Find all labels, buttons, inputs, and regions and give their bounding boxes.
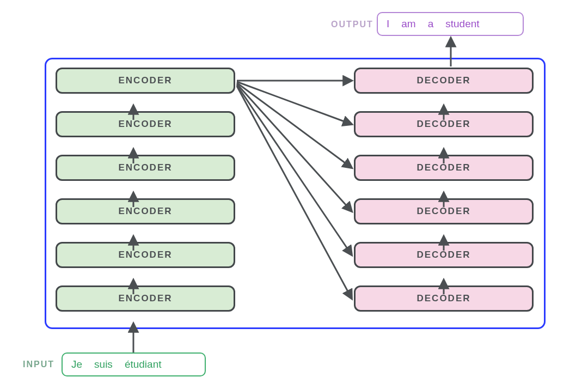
output-token: a xyxy=(428,18,434,30)
encoder-block: ENCODER xyxy=(56,285,235,312)
output-token: I xyxy=(387,18,389,30)
decoder-label: DECODER xyxy=(416,75,470,86)
output-token: am xyxy=(401,18,415,30)
encoder-block: ENCODER xyxy=(56,198,235,224)
decoder-stack: DECODER DECODER DECODER DECODER DECODER … xyxy=(354,68,534,312)
encoder-label: ENCODER xyxy=(118,293,172,304)
encoder-stack: ENCODER ENCODER ENCODER ENCODER ENCODER … xyxy=(56,68,235,312)
decoder-label: DECODER xyxy=(416,293,470,304)
decoder-block: DECODER xyxy=(354,111,534,137)
decoder-block: DECODER xyxy=(354,198,534,224)
output-token: student xyxy=(445,18,479,30)
encoder-block: ENCODER xyxy=(56,111,235,137)
input-token: Je xyxy=(71,358,82,370)
encoder-label: ENCODER xyxy=(118,250,172,260)
decoder-label: DECODER xyxy=(416,119,470,130)
decoder-label: DECODER xyxy=(416,250,470,260)
input-label: INPUT xyxy=(23,360,54,369)
decoder-block: DECODER xyxy=(354,285,534,312)
decoder-label: DECODER xyxy=(416,206,470,217)
decoder-block: DECODER xyxy=(354,68,534,94)
encoder-block: ENCODER xyxy=(56,242,235,268)
transformer-diagram: OUTPUT I am a student ENCODER ENCODER EN… xyxy=(0,0,588,383)
encoder-block: ENCODER xyxy=(56,68,235,94)
input-token: suis xyxy=(94,358,113,370)
decoder-block: DECODER xyxy=(354,155,534,181)
decoder-block: DECODER xyxy=(354,242,534,268)
output-box: I am a student xyxy=(377,12,524,36)
encoder-block: ENCODER xyxy=(56,155,235,181)
encoder-label: ENCODER xyxy=(118,119,172,130)
input-box: Je suis étudiant xyxy=(62,352,206,376)
decoder-label: DECODER xyxy=(416,162,470,173)
encoder-label: ENCODER xyxy=(118,206,172,217)
encoder-label: ENCODER xyxy=(118,75,172,86)
encoder-label: ENCODER xyxy=(118,162,172,173)
input-token: étudiant xyxy=(125,358,162,370)
output-label: OUTPUT xyxy=(331,20,373,29)
